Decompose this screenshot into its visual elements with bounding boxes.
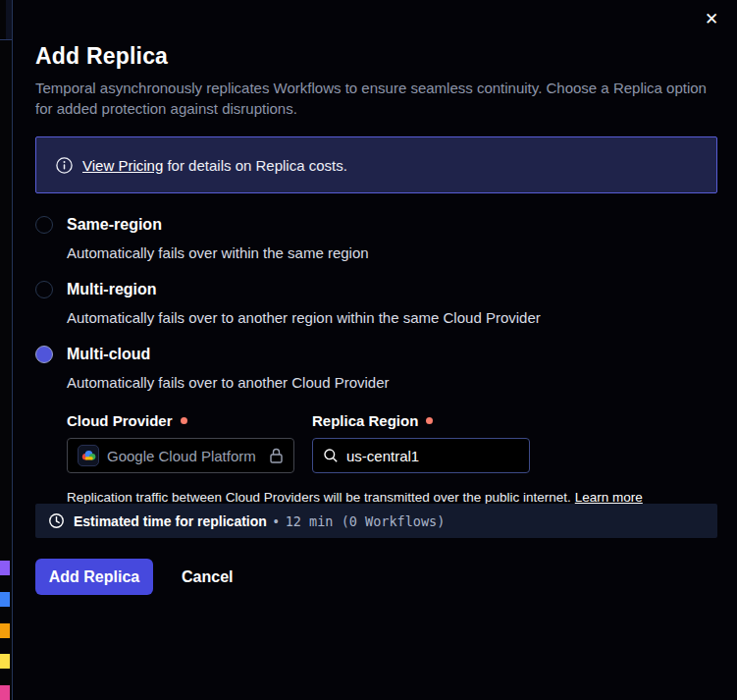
add-replica-button[interactable]: Add Replica: [35, 559, 153, 595]
info-icon: [56, 157, 73, 174]
modal-actions: Add Replica Cancel: [35, 559, 233, 595]
replica-region-label-text: Replica Region: [312, 412, 418, 429]
pricing-banner-suffix: for details on Replica costs.: [163, 157, 347, 174]
required-dot: [426, 417, 433, 424]
cloud-provider-label-text: Cloud Provider: [67, 412, 173, 429]
background-page-edge: [0, 0, 13, 700]
estimate-banner: Estimated time for replication • 12 min …: [35, 504, 717, 538]
cancel-button[interactable]: Cancel: [182, 568, 233, 586]
option-label-multi-cloud[interactable]: Multi-cloud: [67, 345, 643, 364]
sidebar-color-stripe: [0, 592, 10, 607]
page-background: ✕ Add Replica Temporal asynchronously re…: [0, 0, 737, 700]
lock-icon: [269, 448, 284, 464]
clock-icon: [48, 512, 65, 529]
option-label-multi-region[interactable]: Multi-region: [67, 280, 541, 299]
sidebar-color-stripe: [0, 623, 10, 638]
public-internet-note: Replication traffic between Cloud Provid…: [67, 490, 643, 505]
learn-more-link[interactable]: Learn more: [575, 490, 643, 505]
replica-region-label: Replica Region: [312, 412, 530, 429]
add-replica-modal: ✕ Add Replica Temporal asynchronously re…: [13, 0, 737, 700]
view-pricing-link[interactable]: View Pricing: [82, 157, 163, 174]
option-description-multi-cloud: Automatically fails over to another Clou…: [67, 373, 643, 393]
replica-option-group: Same-region Automatically fails over wit…: [35, 215, 717, 505]
close-button[interactable]: ✕: [700, 8, 723, 31]
sidebar-color-stripe: [0, 685, 10, 700]
sidebar-color-stripe: [0, 654, 10, 669]
estimate-label: Estimated time for replication: [74, 513, 267, 529]
google-cloud-logo-icon: [78, 445, 99, 466]
option-label-same-region[interactable]: Same-region: [67, 215, 369, 235]
estimate-separator: •: [274, 513, 279, 529]
radio-option-same-region: Same-region Automatically fails over wit…: [35, 215, 717, 263]
modal-title: Add Replica: [35, 43, 717, 70]
option-description-same-region: Automatically fails over within the same…: [67, 243, 369, 263]
cloud-provider-group: Cloud Provider: [67, 412, 294, 473]
cloud-provider-select: Google Cloud Platform: [67, 438, 294, 473]
radio-option-multi-region: Multi-region Automatically fails over to…: [35, 280, 717, 328]
radio-multi-cloud[interactable]: [35, 346, 53, 363]
replica-region-group: Replica Region: [312, 412, 530, 473]
modal-description: Temporal asynchronously replicates Workf…: [35, 78, 714, 119]
sidebar-color-stripe: [0, 561, 10, 575]
option-description-multi-region: Automatically fails over to another regi…: [67, 308, 541, 328]
option-texts: Multi-region Automatically fails over to…: [67, 280, 541, 328]
note-text: Replication traffic between Cloud Provid…: [67, 490, 571, 505]
estimate-value: 12 min (0 Workflows): [286, 513, 446, 529]
cloud-provider-label: Cloud Provider: [67, 412, 294, 429]
cloud-provider-value: Google Cloud Platform: [107, 448, 269, 464]
radio-option-multi-cloud: Multi-cloud Automatically fails over to …: [35, 345, 717, 505]
option-texts: Multi-cloud Automatically fails over to …: [67, 345, 643, 505]
option-texts: Same-region Automatically fails over wit…: [67, 215, 369, 263]
required-dot: [181, 417, 187, 424]
radio-multi-region[interactable]: [35, 281, 53, 298]
search-icon: [323, 448, 339, 463]
pricing-banner-text: View Pricing for details on Replica cost…: [82, 157, 347, 174]
radio-same-region[interactable]: [35, 216, 53, 234]
pricing-banner: View Pricing for details on Replica cost…: [35, 136, 717, 193]
replica-region-field[interactable]: [312, 438, 530, 473]
replica-region-input[interactable]: [346, 448, 519, 464]
multi-cloud-form: Cloud Provider: [67, 412, 643, 473]
